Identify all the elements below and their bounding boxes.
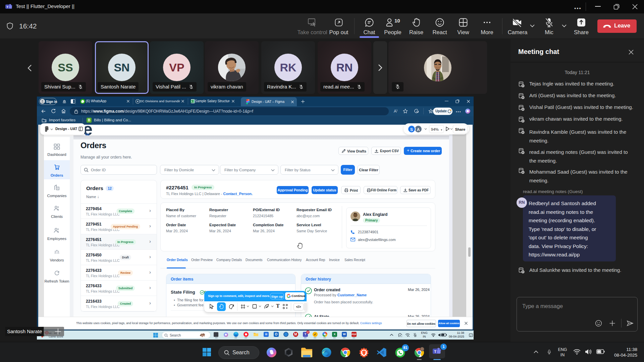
svg-text:10: 10: [394, 18, 400, 23]
svg-text:T: T: [434, 350, 436, 354]
svg-text:X: X: [191, 100, 193, 103]
svg-text:T: T: [6, 5, 8, 9]
